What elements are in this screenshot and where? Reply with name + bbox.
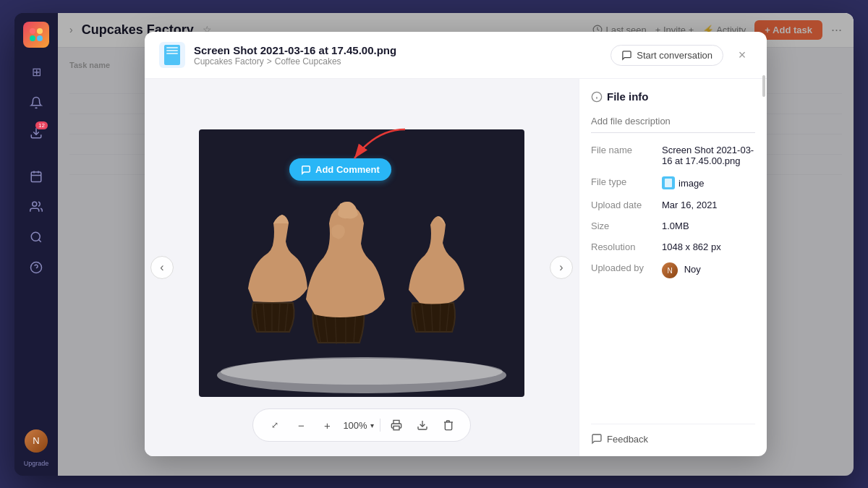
breadcrumb-sep: >	[267, 56, 272, 67]
file-type-label: File type	[591, 176, 656, 189]
zoom-in-button[interactable]: +	[317, 415, 337, 435]
svg-point-3	[37, 35, 43, 41]
svg-point-1	[37, 28, 43, 34]
file-size-value: 1.0MB	[662, 221, 755, 231]
svg-line-11	[38, 239, 41, 241]
modal-header: Screen Shot 2021-03-16 at 17.45.00.png C…	[145, 32, 767, 79]
file-size-label: Size	[591, 221, 656, 231]
chat-icon	[621, 50, 632, 61]
breadcrumb: Cupcakes Factory > Coffee Cupcakes	[194, 56, 602, 67]
file-type-value: image	[662, 176, 755, 189]
resolution-value: 1048 x 862 px	[662, 241, 755, 252]
add-comment-label: Add Comment	[315, 164, 380, 175]
zoom-value: 100%	[343, 420, 367, 431]
zoom-out-icon: −	[298, 419, 305, 432]
feedback-button[interactable]: Feedback	[591, 424, 755, 445]
file-title: Screen Shot 2021-03-16 at 17.45.00.png	[194, 44, 602, 56]
file-info-row-name: File name Screen Shot 2021-03-16 at 17.4…	[591, 145, 755, 166]
file-info-row-size: Size 1.0MB	[591, 221, 755, 231]
svg-point-18	[221, 359, 503, 385]
print-icon	[391, 419, 402, 431]
sidebar-item-help[interactable]	[23, 254, 49, 281]
uploader-avatar: N	[662, 262, 678, 278]
svg-line-32	[440, 303, 441, 333]
start-conversation-button[interactable]: Start conversation	[610, 45, 723, 66]
zoom-selector[interactable]: 100% ▾	[343, 420, 373, 431]
breadcrumb-item-1: Cupcakes Factory	[194, 56, 264, 67]
download-button[interactable]	[412, 415, 433, 435]
zoom-out-button[interactable]: −	[291, 415, 311, 435]
sidebar: ⊞ 12 N Upgrade	[14, 13, 58, 476]
file-info-row-uploader: Uploaded by N Noy	[591, 262, 755, 278]
zoom-dropdown-icon: ▾	[370, 421, 374, 429]
zoom-in-icon: +	[324, 419, 331, 432]
modal-header-actions: Start conversation ×	[610, 45, 752, 66]
print-button[interactable]	[386, 415, 407, 435]
app-frame: ⊞ 12 N Upgrade › Cupcakes Factory ☆	[14, 13, 854, 476]
sidebar-item-grid[interactable]: ⊞	[23, 59, 49, 85]
sidebar-item-bell[interactable]	[23, 90, 49, 116]
image-viewer: Add Comment	[145, 79, 579, 456]
start-conversation-label: Start conversation	[637, 50, 712, 61]
download-icon	[417, 419, 428, 431]
modal-body: Add Comment	[145, 79, 767, 456]
file-info-heading: File info	[591, 90, 755, 103]
file-info-row-resolution: Resolution 1048 x 862 px	[591, 241, 755, 252]
compress-button[interactable]: ⤢	[265, 415, 285, 435]
download-badge: 12	[35, 121, 48, 129]
add-comment-button[interactable]: Add Comment	[289, 158, 391, 181]
main-area: › Cupcakes Factory ☆ Last seen + Invite …	[58, 13, 854, 476]
info-icon	[591, 91, 603, 103]
svg-rect-34	[393, 426, 399, 429]
delete-button[interactable]	[438, 415, 459, 435]
scroll-indicator	[762, 75, 765, 97]
svg-point-10	[31, 232, 40, 241]
user-avatar[interactable]: N	[25, 429, 48, 453]
file-title-group: Screen Shot 2021-03-16 at 17.45.00.png C…	[194, 44, 602, 67]
prev-image-button[interactable]: ‹	[150, 256, 174, 279]
trash-icon	[443, 419, 454, 431]
file-name-label: File name	[591, 145, 656, 166]
resolution-label: Resolution	[591, 241, 656, 252]
modal-overlay[interactable]: Screen Shot 2021-03-16 at 17.45.00.png C…	[58, 13, 854, 476]
feedback-label: Feedback	[607, 434, 648, 445]
close-modal-button[interactable]: ×	[732, 45, 752, 65]
file-preview-modal: Screen Shot 2021-03-16 at 17.45.00.png C…	[145, 32, 767, 456]
file-info-row-type: File type image	[591, 176, 755, 189]
comment-icon	[301, 165, 311, 175]
upgrade-label: Upgrade	[24, 460, 49, 467]
next-image-button[interactable]: ›	[550, 256, 573, 279]
svg-point-0	[30, 28, 35, 34]
uploaded-by-label: Uploaded by	[591, 262, 656, 278]
svg-rect-5	[31, 172, 41, 182]
toolbar-divider	[380, 419, 380, 432]
file-description-input[interactable]	[591, 113, 755, 133]
compress-icon: ⤢	[271, 420, 278, 430]
upload-date-label: Upload date	[591, 200, 656, 210]
file-icon	[159, 42, 185, 68]
app-logo	[23, 22, 49, 48]
sidebar-item-search[interactable]	[23, 224, 49, 250]
sidebar-item-calendar[interactable]	[23, 163, 49, 189]
file-info-row-date: Upload date Mar 16, 2021	[591, 200, 755, 210]
file-type-icon	[662, 176, 675, 189]
svg-point-2	[30, 35, 35, 41]
image-toolbar: ⤢ − + 100% ▾	[252, 408, 470, 442]
breadcrumb-item-2: Coffee Cupcakes	[275, 56, 341, 67]
upload-date-value: Mar 16, 2021	[662, 200, 755, 210]
file-info-panel: File info File name Screen Shot 2021-03-…	[579, 79, 767, 456]
sidebar-item-users[interactable]	[23, 194, 49, 220]
file-name-value: Screen Shot 2021-03-16 at 17.45.00.png	[662, 145, 755, 166]
feedback-icon	[591, 433, 603, 445]
uploaded-by-value: N Noy	[662, 262, 755, 278]
sidebar-item-download[interactable]: 12	[23, 120, 49, 146]
svg-point-9	[33, 202, 37, 206]
